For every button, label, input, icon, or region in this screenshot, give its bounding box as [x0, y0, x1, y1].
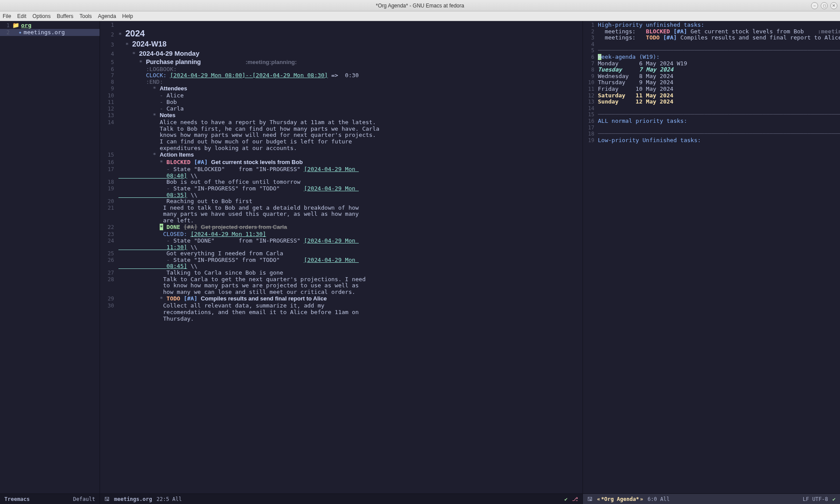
maximize-button[interactable]: ◻ — [821, 2, 828, 9]
agenda-line[interactable]: 3 meetings: TODO [#A] Compiles results a… — [583, 35, 840, 41]
line-content[interactable]: * BLOCKED [#A] Get current stock levels … — [118, 159, 583, 165]
line-content[interactable]: Talk to Carla to get the next quarter's … — [118, 276, 583, 296]
org-line[interactable]: 3 * 2024-W18 — [100, 40, 583, 50]
agenda-line[interactable]: 19Low-priority Unfinished tasks: — [583, 137, 840, 144]
line-content[interactable]: - State "BLOCKED" from "IN-PROGRESS" [20… — [118, 166, 583, 179]
agenda-buffer[interactable]: 1High-priority unfinished tasks:2 meetin… — [583, 21, 840, 493]
menu-buffers[interactable]: Buffers — [57, 13, 73, 19]
menu-options[interactable]: Options — [32, 13, 50, 19]
agenda-line[interactable]: 17 — [583, 125, 840, 131]
line-content[interactable]: * DONE [#A] Get projected orders from Ca… — [118, 224, 583, 230]
agenda-line[interactable]: 14 — [583, 105, 840, 112]
org-line[interactable]: 5 * Purchase planning :meeting:planning: — [100, 58, 583, 66]
line-content[interactable]: CLOSED: [2024-04-29 Mon 11:30] — [118, 231, 583, 238]
agenda-line[interactable]: 9Wednesday 8 May 2024 — [583, 73, 840, 80]
tree-row-project[interactable]: 1 📁 org — [0, 22, 100, 29]
org-line[interactable]: 29 * TODO [#A] Compiles results and send… — [100, 295, 583, 303]
org-line[interactable]: 14 Alice needs to have a report by Thurs… — [100, 119, 583, 151]
menu-tools[interactable]: Tools — [79, 13, 92, 19]
line-content[interactable]: Thursday 9 May 2024 — [598, 79, 840, 86]
org-line[interactable]: 26 - State "IN-PROGRESS" from "TODO" [20… — [100, 257, 583, 270]
org-line[interactable]: 10 - Alice — [100, 93, 583, 99]
line-content[interactable]: * 2024 — [118, 29, 583, 39]
line-content[interactable]: Talking to Carla since Bob is gone — [118, 270, 583, 276]
agenda-line[interactable]: 16ALL normal priority tasks: — [583, 118, 840, 125]
org-line[interactable]: 19 - State "IN-PROGRESS" from "TODO" [20… — [100, 186, 583, 198]
org-line[interactable]: 16 * BLOCKED [#A] Get current stock leve… — [100, 159, 583, 166]
tree-row-file[interactable]: 2 ✦ meetings.org — [0, 29, 100, 36]
line-content[interactable]: I need to talk to Bob and get a detaield… — [118, 205, 583, 224]
line-content[interactable]: Collect all relevant data, summarize it,… — [118, 303, 583, 322]
org-line[interactable]: 7 CLOCK: [2024-04-29 Mon 08:00]--[2024-0… — [100, 72, 583, 79]
line-content[interactable]: meetings: BLOCKED [#A] Get current stock… — [598, 29, 840, 35]
line-content[interactable]: Alice needs to have a report by Thursday… — [118, 119, 583, 151]
org-line[interactable]: 8 :END: — [100, 79, 583, 86]
line-content[interactable]: - State "IN-PROGRESS" from "TODO" [2024-… — [118, 257, 583, 270]
org-line[interactable]: 27 Talking to Carla since Bob is gone — [100, 270, 583, 276]
org-line[interactable]: 9 * Attendees — [100, 85, 583, 93]
agenda-line[interactable]: 7Monday 6 May 2024 W19 — [583, 61, 840, 67]
line-content[interactable] — [598, 105, 840, 112]
org-line[interactable]: 21 I need to talk to Bob and get a detai… — [100, 205, 583, 224]
agenda-line[interactable]: 10Thursday 9 May 2024 — [583, 79, 840, 86]
line-content[interactable]: - Bob — [118, 99, 583, 106]
menu-help[interactable]: Help — [122, 13, 133, 19]
line-content[interactable] — [598, 41, 840, 48]
line-content[interactable]: meetings: TODO [#A] Compiles results and… — [598, 35, 840, 41]
agenda-line[interactable]: 12Saturday 11 May 2024 — [583, 93, 840, 99]
line-content[interactable]: Tuesday 7 May 2024 — [598, 67, 840, 73]
org-line[interactable]: 17 - State "BLOCKED" from "IN-PROGRESS" … — [100, 166, 583, 179]
org-line[interactable]: 4 * 2024-04-29 Monday — [100, 50, 583, 58]
treemacs-body[interactable]: 1 📁 org 2 ✦ meetings.org — [0, 21, 100, 493]
line-content[interactable]: Friday 10 May 2024 — [598, 86, 840, 93]
org-line[interactable]: 22 * DONE [#A] Get projected orders from… — [100, 224, 583, 231]
agenda-line[interactable]: 4 — [583, 41, 840, 48]
org-line[interactable]: 28 Talk to Carla to get the next quarter… — [100, 276, 583, 296]
menu-agenda[interactable]: Agenda — [98, 13, 116, 19]
minimize-button[interactable]: – — [811, 2, 818, 9]
line-content[interactable]: CLOCK: [2024-04-29 Mon 08:00]--[2024-04-… — [118, 72, 583, 79]
org-line[interactable]: 6 :LOGBOOK: — [100, 66, 583, 73]
line-content[interactable]: * Purchase planning :meeting:planning: — [118, 58, 583, 65]
org-line[interactable]: 12 - Carla — [100, 106, 583, 112]
agenda-line[interactable]: 18──────────────────────────────────────… — [583, 131, 840, 137]
agenda-line[interactable]: 13Sunday 12 May 2024 — [583, 99, 840, 105]
agenda-line[interactable]: 15──────────────────────────────────────… — [583, 111, 840, 118]
line-content[interactable]: - Alice — [118, 93, 583, 99]
menubar[interactable]: File Edit Options Buffers Tools Agenda H… — [0, 11, 840, 21]
org-buffer[interactable]: 12* 20243 * 2024-W184 * 2024-04-29 Monda… — [100, 21, 583, 493]
menu-file[interactable]: File — [3, 13, 11, 19]
org-line[interactable]: 13 * Notes — [100, 112, 583, 119]
line-content[interactable]: - State "DONE" from "IN-PROGRESS" [2024-… — [118, 238, 583, 250]
line-content[interactable]: ALL normal priority tasks: — [598, 118, 840, 125]
org-line[interactable]: 25 Got everything I needed from Carla — [100, 250, 583, 257]
org-line[interactable]: 20 Reaching out to Bob first — [100, 198, 583, 205]
line-content[interactable]: Saturday 11 May 2024 — [598, 93, 840, 99]
line-content[interactable]: Low-priority Unfinished tasks: — [598, 137, 840, 144]
menu-edit[interactable]: Edit — [17, 13, 26, 19]
org-line[interactable]: 2* 2024 — [100, 29, 583, 40]
org-line[interactable]: 18 Bob is out of the office until tomorr… — [100, 179, 583, 186]
line-content[interactable]: - State "IN-PROGRESS" from "TODO" [2024-… — [118, 186, 583, 198]
line-content[interactable]: * Attendees — [118, 85, 583, 92]
line-content[interactable]: * TODO [#A] Compiles results and send fi… — [118, 295, 583, 302]
line-content[interactable]: * Action Items — [118, 151, 583, 158]
line-content[interactable]: :END: — [118, 79, 583, 86]
line-content[interactable]: ────────────────────────────────────────… — [598, 47, 840, 54]
line-content[interactable]: Monday 6 May 2024 W19 — [598, 61, 840, 67]
org-line[interactable]: 11 - Bob — [100, 99, 583, 106]
agenda-line[interactable]: 8Tuesday 7 May 2024 — [583, 67, 840, 73]
line-content[interactable]: ────────────────────────────────────────… — [598, 111, 840, 118]
line-content[interactable]: Reaching out to Bob first — [118, 198, 583, 205]
line-content[interactable]: ────────────────────────────────────────… — [598, 131, 840, 137]
org-line[interactable]: 15 * Action Items — [100, 151, 583, 159]
line-content[interactable]: Got everything I needed from Carla — [118, 250, 583, 257]
org-line[interactable]: 1 — [100, 22, 583, 29]
org-line[interactable]: 23 CLOSED: [2024-04-29 Mon 11:30] — [100, 231, 583, 238]
line-content[interactable]: * 2024-04-29 Monday — [118, 50, 583, 57]
line-content[interactable]: - Carla — [118, 106, 583, 112]
agenda-line[interactable]: 11Friday 10 May 2024 — [583, 86, 840, 93]
line-content[interactable]: Sunday 12 May 2024 — [598, 99, 840, 105]
org-line[interactable]: 24 - State "DONE" from "IN-PROGRESS" [20… — [100, 238, 583, 250]
line-content[interactable]: :LOGBOOK: — [118, 66, 583, 73]
